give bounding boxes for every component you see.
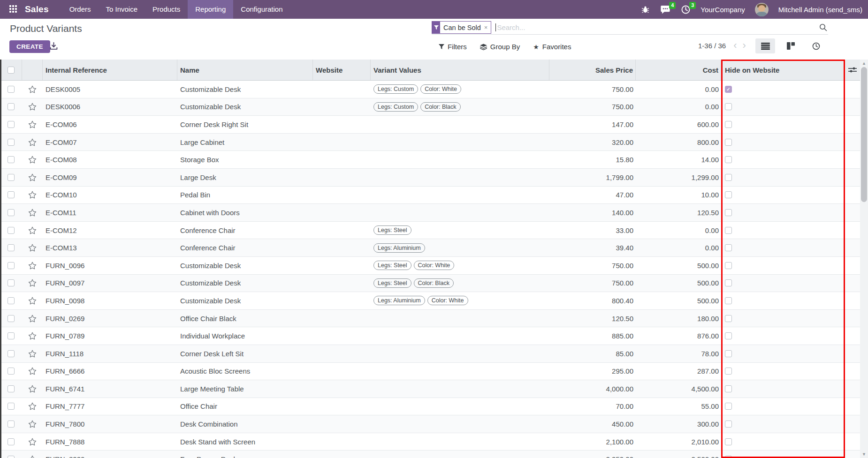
cell-internal-reference[interactable]: E-COM07	[43, 134, 177, 151]
table-row[interactable]: E-COM11 Cabinet with Doors 140.00 120.50	[0, 204, 860, 222]
favorite-star-icon[interactable]	[28, 350, 37, 358]
favorite-star-icon[interactable]	[28, 173, 37, 181]
table-row[interactable]: DESK0005 Customizable Desk Legs: CustomC…	[0, 81, 860, 98]
row-checkbox[interactable]	[8, 368, 15, 375]
list-view-button[interactable]	[755, 38, 775, 53]
table-row[interactable]: FURN_7888 Desk Stand with Screen 2,100.0…	[0, 433, 860, 451]
row-checkbox[interactable]	[8, 244, 15, 251]
favorites-button[interactable]: ★ Favorites	[533, 43, 571, 51]
user-menu[interactable]: Mitchell Admin (send_sms)	[778, 6, 862, 14]
create-button[interactable]: CREATE	[9, 40, 50, 53]
hide-on-website-checkbox[interactable]	[725, 262, 732, 269]
hide-on-website-checkbox[interactable]	[725, 332, 732, 339]
table-row[interactable]: FURN_0098 Customizable Desk Legs: Alumin…	[0, 292, 860, 310]
row-checkbox[interactable]	[8, 209, 15, 216]
row-checkbox[interactable]	[8, 297, 15, 304]
cell-name[interactable]: Conference Chair	[177, 222, 313, 239]
facet-remove-icon[interactable]: ×	[484, 24, 491, 31]
cell-name[interactable]: Cabinet with Doors	[177, 204, 313, 221]
table-row[interactable]: FURN_0096 Customizable Desk Legs: SteelC…	[0, 257, 860, 275]
cell-internal-reference[interactable]: FURN_7777	[43, 398, 177, 415]
cell-name[interactable]: Large Cabinet	[177, 134, 313, 151]
favorite-star-icon[interactable]	[28, 244, 37, 252]
favorite-star-icon[interactable]	[28, 297, 37, 305]
table-row[interactable]: E-COM12 Conference Chair Legs: Steel 33.…	[0, 222, 860, 240]
hide-on-website-checkbox[interactable]: ✓	[725, 86, 732, 93]
hide-on-website-checkbox[interactable]	[725, 156, 732, 163]
table-row[interactable]: FURN_0789 Individual Workplace 885.00 87…	[0, 327, 860, 345]
vertical-scrollbar[interactable]: ▲ ▼	[860, 60, 868, 458]
favorite-star-icon[interactable]	[28, 402, 37, 410]
cell-name[interactable]: Storage Box	[177, 151, 313, 168]
favorite-star-icon[interactable]	[28, 103, 37, 111]
cell-name[interactable]: Large Meeting Table	[177, 380, 313, 398]
cell-name[interactable]: Corner Desk Right Sit	[177, 116, 313, 133]
row-checkbox[interactable]	[8, 103, 15, 110]
cell-name[interactable]: Large Desk	[177, 169, 313, 186]
cell-internal-reference[interactable]: DESK0005	[43, 81, 177, 98]
row-checkbox[interactable]	[8, 385, 15, 392]
hide-on-website-checkbox[interactable]	[725, 139, 732, 146]
hide-on-website-checkbox[interactable]	[725, 368, 732, 375]
row-checkbox[interactable]	[8, 191, 15, 198]
menu-item-orders[interactable]: Orders	[62, 0, 99, 19]
favorite-star-icon[interactable]	[28, 455, 37, 458]
search-bar[interactable]: Can be Sold ×	[432, 21, 828, 35]
search-input[interactable]	[497, 23, 819, 31]
cell-name[interactable]: Individual Workplace	[177, 327, 313, 345]
favorite-star-icon[interactable]	[28, 226, 37, 234]
cell-internal-reference[interactable]: E-COM11	[43, 204, 177, 221]
search-icon[interactable]	[819, 23, 827, 31]
column-cost[interactable]: Cost	[636, 60, 721, 80]
cell-name[interactable]: Customizable Desk	[177, 292, 313, 309]
cell-internal-reference[interactable]: E-COM13	[43, 239, 177, 256]
cell-internal-reference[interactable]: FURN_7800	[43, 415, 177, 433]
favorite-star-icon[interactable]	[28, 138, 37, 146]
table-row[interactable]: E-COM07 Large Cabinet 320.00 800.00	[0, 134, 860, 151]
cell-name[interactable]: Corner Desk Left Sit	[177, 345, 313, 362]
user-avatar[interactable]	[755, 3, 769, 16]
hide-on-website-checkbox[interactable]	[725, 279, 732, 286]
hide-on-website-checkbox[interactable]	[725, 297, 732, 304]
cell-name[interactable]: Conference Chair	[177, 239, 313, 256]
cell-internal-reference[interactable]: FURN_0098	[43, 292, 177, 309]
table-row[interactable]: E-COM10 Pedal Bin 47.00 10.00	[0, 187, 860, 204]
hide-on-website-checkbox[interactable]	[725, 385, 732, 392]
cell-internal-reference[interactable]: FURN_0269	[43, 310, 177, 327]
cell-internal-reference[interactable]: E-COM08	[43, 151, 177, 168]
hide-on-website-checkbox[interactable]	[725, 244, 732, 251]
cell-name[interactable]: Customizable Desk	[177, 275, 313, 292]
table-row[interactable]: E-COM09 Large Desk 1,799.00 1,299.00	[0, 169, 860, 187]
table-row[interactable]: FURN_0097 Customizable Desk Legs: SteelC…	[0, 275, 860, 293]
hide-on-website-checkbox[interactable]	[725, 350, 732, 357]
activities-icon[interactable]: 3	[680, 4, 691, 15]
row-checkbox[interactable]	[8, 315, 15, 322]
hide-on-website-checkbox[interactable]	[725, 456, 732, 458]
scrollbar-thumb[interactable]	[861, 67, 867, 202]
menu-item-configuration[interactable]: Configuration	[233, 0, 290, 19]
cell-name[interactable]: Desk Stand with Screen	[177, 433, 313, 450]
hide-on-website-checkbox[interactable]	[725, 103, 732, 110]
column-sales-price[interactable]: Sales Price	[549, 60, 636, 80]
favorite-star-icon[interactable]	[28, 438, 37, 446]
cell-name[interactable]: Customizable Desk	[177, 98, 313, 116]
company-switcher[interactable]: YourCompany	[700, 6, 745, 14]
row-checkbox[interactable]	[8, 279, 15, 286]
cell-internal-reference[interactable]: E-COM12	[43, 222, 177, 239]
column-internal-reference[interactable]: Internal Reference	[43, 60, 177, 80]
group-by-button[interactable]: Group By	[480, 43, 520, 51]
hide-on-website-checkbox[interactable]	[725, 209, 732, 216]
row-checkbox[interactable]	[8, 420, 15, 428]
column-hide-on-website[interactable]: Hide on Website	[721, 60, 845, 80]
table-row[interactable]: E-COM08 Storage Box 15.80 14.00	[0, 151, 860, 169]
table-row[interactable]: E-COM13 Conference Chair Legs: Aluminium…	[0, 239, 860, 257]
row-checkbox[interactable]	[8, 350, 15, 357]
menu-item-reporting[interactable]: Reporting	[188, 0, 233, 19]
favorite-star-icon[interactable]	[28, 209, 37, 217]
row-checkbox[interactable]	[8, 139, 15, 146]
cell-internal-reference[interactable]: FURN_1118	[43, 345, 177, 362]
cell-internal-reference[interactable]: FURN_8220	[43, 450, 177, 458]
hide-on-website-checkbox[interactable]	[725, 227, 732, 234]
pager-next-icon[interactable]: ›	[740, 40, 749, 51]
table-row[interactable]: FURN_1118 Corner Desk Left Sit 85.00 78.…	[0, 345, 860, 363]
